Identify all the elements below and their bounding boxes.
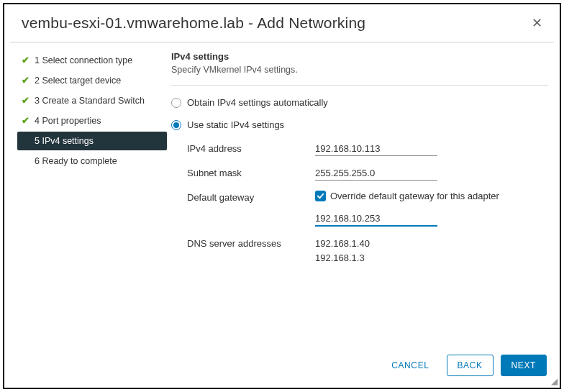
- check-icon: ✔: [22, 74, 30, 87]
- check-icon: ✔: [22, 54, 30, 67]
- panel-heading: IPv4 settings: [171, 51, 548, 62]
- dialog-title: vembu-esxi-01.vmwarehome.lab - Add Netwo…: [22, 14, 365, 32]
- step-connection-type[interactable]: ✔ 1 Select connection type: [17, 51, 167, 70]
- override-gateway-checkbox[interactable]: Override default gateway for this adapte…: [315, 191, 548, 201]
- checkbox-icon: [315, 191, 326, 201]
- radio-icon: [171, 98, 181, 108]
- cancel-button[interactable]: CANCEL: [381, 355, 439, 375]
- radio-auto-label: Obtain IPv4 settings automatically: [187, 97, 328, 108]
- radio-static[interactable]: Use static IPv4 settings: [171, 119, 548, 130]
- dns-addresses-label: DNS server addresses: [187, 237, 315, 249]
- step-ready-complete[interactable]: 6 Ready to complete: [17, 152, 167, 170]
- radio-static-label: Use static IPv4 settings: [187, 119, 284, 130]
- dns-address-2: 192.168.1.3: [315, 251, 548, 265]
- panel-subheading: Specify VMkernel IPv4 settings.: [171, 65, 548, 75]
- override-gateway-label: Override default gateway for this adapte…: [330, 191, 499, 201]
- check-icon: ✔: [22, 94, 30, 107]
- check-icon: ✔: [22, 114, 30, 127]
- resize-handle-icon[interactable]: ◢: [551, 377, 558, 386]
- radio-auto[interactable]: Obtain IPv4 settings automatically: [171, 97, 548, 108]
- titlebar: vembu-esxi-01.vmwarehome.lab - Add Netwo…: [10, 4, 554, 42]
- wizard-steps: ✔ 1 Select connection type ✔ 2 Select ta…: [17, 51, 167, 345]
- default-gateway-input[interactable]: [315, 211, 437, 227]
- step-ipv4-settings[interactable]: 5 IPv4 settings: [17, 132, 167, 150]
- back-button[interactable]: BACK: [447, 355, 494, 376]
- step-target-device[interactable]: ✔ 2 Select target device: [17, 71, 167, 90]
- subnet-mask-label: Subnet mask: [187, 166, 315, 178]
- dns-address-1: 192.168.1.40: [315, 237, 548, 251]
- add-networking-dialog: vembu-esxi-01.vmwarehome.lab - Add Netwo…: [3, 3, 561, 389]
- ipv4-address-label: IPv4 address: [187, 142, 315, 154]
- next-button[interactable]: NEXT: [501, 355, 547, 376]
- default-gateway-label: Default gateway: [187, 191, 315, 203]
- settings-panel: IPv4 settings Specify VMkernel IPv4 sett…: [167, 51, 548, 345]
- dialog-footer: CANCEL BACK NEXT: [4, 345, 560, 388]
- subnet-mask-input[interactable]: [315, 166, 437, 181]
- step-port-properties[interactable]: ✔ 4 Port properties: [17, 111, 167, 130]
- divider: [171, 85, 548, 86]
- close-icon[interactable]: ✕: [532, 15, 542, 31]
- ipv4-address-input[interactable]: [315, 142, 437, 156]
- radio-icon: [171, 120, 181, 130]
- step-standard-switch[interactable]: ✔ 3 Create a Standard Switch: [17, 91, 167, 110]
